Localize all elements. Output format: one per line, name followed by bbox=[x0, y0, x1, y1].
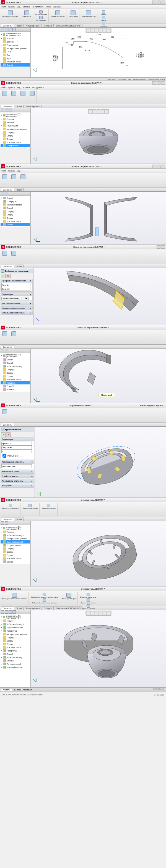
app-footer: SOLIDWORKS Premium 2015 x64 Edition отзо… bbox=[0, 692, 166, 697]
svg-rect-30 bbox=[96, 227, 99, 236]
tree-icon[interactable] bbox=[8, 28, 12, 31]
tree-icon[interactable] bbox=[12, 28, 16, 31]
path-field[interactable] bbox=[1, 287, 30, 291]
tree-item[interactable]: Исходная точка bbox=[1, 60, 30, 63]
part-icon bbox=[3, 33, 5, 36]
minimize-btn[interactable] bbox=[152, 1, 156, 4]
tab-sketch[interactable]: Эскиз bbox=[15, 24, 24, 27]
ribbon-revolve[interactable]: Повернутая bbox=[22, 10, 32, 18]
tree-icon[interactable] bbox=[5, 28, 8, 31]
menu-insert[interactable]: Вставка bbox=[23, 6, 30, 8]
menubar: Файл Правка Вид Вставка Инструменты Окно… bbox=[0, 5, 166, 9]
svg-point-56 bbox=[100, 650, 111, 655]
svg-text:170: 170 bbox=[79, 46, 82, 48]
titlebar: S SOLIDWORKS Эскиз по перенесен.SLDPRT * bbox=[0, 0, 166, 5]
tree-item[interactable]: Материал <не указан> bbox=[1, 47, 30, 50]
svg-text:270: 270 bbox=[126, 65, 129, 67]
svg-text:80: 80 bbox=[65, 42, 68, 43]
feature-tree-panel: ▾отправитель (По умолчанию< ▸История Дат… bbox=[0, 108, 31, 164]
count-field[interactable] bbox=[1, 449, 32, 453]
tree-header bbox=[0, 28, 30, 32]
ribbon-fillet[interactable]: Скругление bbox=[68, 10, 78, 18]
feature-tree[interactable]: ▾отправитель (По умолчанию< ▸История Дат… bbox=[0, 113, 30, 148]
ribbon-extrude[interactable]: Вытянутая бобышка bbox=[2, 10, 19, 18]
plane-icon bbox=[3, 54, 6, 56]
svg-text:305: 305 bbox=[102, 39, 106, 40]
features-field[interactable] bbox=[1, 464, 32, 468]
app-name: SOLIDWORKS bbox=[6, 1, 21, 4]
tab-features[interactable]: Элементы bbox=[1, 24, 15, 27]
orient-select[interactable]: По направлению bbox=[1, 297, 29, 300]
menu-view[interactable]: Вид bbox=[17, 6, 21, 8]
svg-text:60: 60 bbox=[71, 44, 73, 46]
equal-spacing-check[interactable] bbox=[2, 454, 6, 458]
plane-icon bbox=[3, 50, 6, 53]
fillet-icon bbox=[71, 10, 76, 15]
ribbon-shell[interactable]: Оболочка bbox=[99, 22, 108, 27]
close-btn[interactable] bbox=[161, 81, 165, 85]
svg-text:R1730: R1730 bbox=[53, 55, 55, 61]
tree-item-selected[interactable]: Эскиз1 bbox=[1, 63, 30, 67]
sketch-drawing: 1220 580 550 350 420 305 80 60 170 R170 … bbox=[31, 28, 166, 77]
ribbon-loft[interactable]: По сечениям bbox=[35, 16, 47, 22]
tree-item[interactable]: ▸Примечания bbox=[1, 43, 30, 47]
maximize-btn[interactable] bbox=[157, 81, 161, 85]
statusbar: 1443,78мм -198,64мм 0мм Недоопределен Ре… bbox=[0, 77, 166, 81]
menu-help[interactable]: Справка bbox=[53, 6, 61, 8]
ribbon-pattern[interactable]: Линейный массив bbox=[81, 10, 96, 18]
ribbon-sweep[interactable]: По траектории bbox=[35, 10, 47, 16]
cmd-tabs: Элементы Эскиз Анализировать DimXpert До… bbox=[0, 24, 166, 28]
svg-text:R950: R950 bbox=[57, 56, 59, 60]
tree-item[interactable]: ▸История bbox=[1, 37, 30, 40]
tree-item[interactable]: Front bbox=[1, 50, 30, 53]
axis-field[interactable] bbox=[1, 442, 32, 445]
ribbon-draft[interactable]: Уклон bbox=[101, 16, 106, 22]
menu-file[interactable]: Файл bbox=[1, 6, 6, 8]
tree-icon[interactable] bbox=[1, 28, 4, 31]
maximize-btn[interactable] bbox=[157, 1, 161, 4]
viewport[interactable]: 1220 580 550 350 420 305 80 60 170 R170 … bbox=[31, 28, 166, 77]
screenshot-6: SSOLIDWORKSотправитель.SLDPRT *Редактиру… bbox=[0, 403, 166, 498]
menu-edit[interactable]: Правка bbox=[8, 6, 15, 8]
sw-logo: S bbox=[1, 0, 5, 4]
ok-btn[interactable]: ✓ bbox=[1, 274, 5, 278]
ribbon-cut[interactable]: Вытянутый вырез bbox=[50, 10, 65, 18]
pattern-icon bbox=[86, 10, 91, 15]
close-btn[interactable] bbox=[161, 1, 165, 4]
viewport[interactable] bbox=[31, 108, 166, 164]
cancel-btn[interactable]: ✕ bbox=[6, 432, 10, 437]
cancel-btn[interactable]: ✕ bbox=[6, 274, 10, 278]
ribbon-rib[interactable]: Ребро bbox=[101, 10, 107, 16]
tree-item[interactable]: Right bbox=[1, 57, 30, 60]
ribbon bbox=[0, 90, 166, 104]
svg-text:615: 615 bbox=[136, 54, 138, 57]
feature-tree-panel: ▾отправитель (По умолчанию<<По ▸История … bbox=[0, 28, 31, 77]
feature-tree[interactable]: ▾отправитель (По умолчанию<<По ▸История … bbox=[0, 32, 30, 67]
sec-profile[interactable]: Профиль и направление▾ bbox=[1, 279, 32, 282]
tree-item[interactable]: Top bbox=[1, 53, 30, 57]
profile-field[interactable] bbox=[1, 283, 30, 287]
screenshot-1: S SOLIDWORKS Эскиз по перенесен.SLDPRT *… bbox=[0, 0, 166, 81]
tree-root[interactable]: ▾отправитель (По умолчанию<<По bbox=[1, 32, 30, 37]
ok-btn[interactable]: ✓ bbox=[1, 432, 5, 437]
screenshot-3: SSOLIDWORKSЭскиз по перенесен.SLDPRT * Ф… bbox=[0, 164, 166, 245]
fillp-icon bbox=[30, 91, 34, 96]
menu-tools[interactable]: Инструменты bbox=[32, 6, 44, 8]
tab-analyze[interactable]: Анализировать bbox=[24, 24, 42, 27]
minimize-btn[interactable] bbox=[152, 81, 156, 85]
tree-item[interactable]: Датчики bbox=[1, 40, 30, 43]
material-icon bbox=[3, 47, 6, 50]
revolve-icon bbox=[24, 10, 29, 15]
menu-window[interactable]: Окно bbox=[46, 6, 51, 8]
view-triad[interactable] bbox=[33, 68, 39, 75]
svg-point-28 bbox=[87, 146, 110, 153]
svg-text:300: 300 bbox=[120, 62, 124, 64]
tab-addins[interactable]: Добавления SOLIDWORKS bbox=[54, 24, 82, 27]
svg-rect-41 bbox=[109, 451, 113, 456]
property-manager: Бобышка по траектории ✓✕ Профиль и напра… bbox=[0, 268, 33, 316]
angle-field[interactable] bbox=[1, 445, 32, 449]
screenshot-2: SSOLIDWORKSЭскиз по перенесен.SLDPRT * Ф… bbox=[0, 81, 166, 164]
tab-dimxpert[interactable]: DimXpert bbox=[42, 24, 54, 27]
origin-icon bbox=[3, 60, 6, 63]
sweep-icon bbox=[1, 269, 4, 273]
